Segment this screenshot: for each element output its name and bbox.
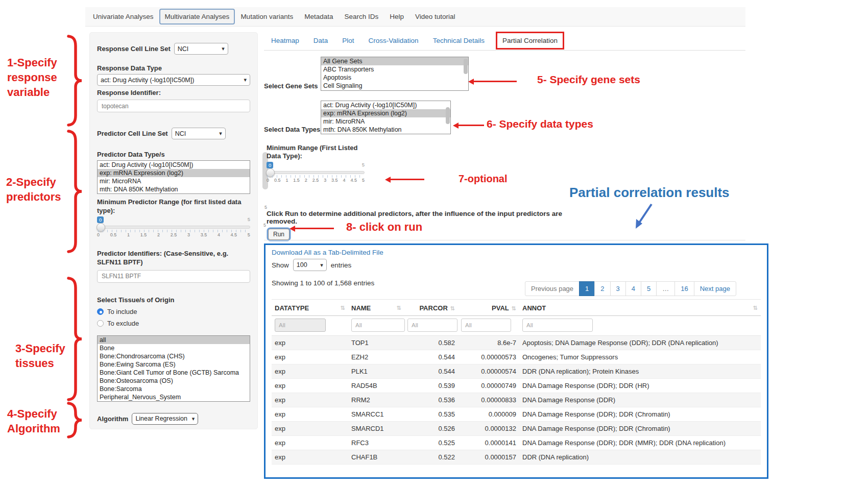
page-button[interactable]: 1	[579, 281, 595, 296]
data-types-listbox[interactable]: act: Drug Activity (-log10[IC50M])exp: m…	[321, 101, 451, 134]
column-header-datatype[interactable]: DATATYPE⇅	[272, 300, 348, 316]
predictor-identifiers-input[interactable]	[97, 270, 250, 283]
table-row: exp TOP1 0.582 8.6e-7 Apoptosis; DNA Dam…	[272, 336, 761, 350]
listbox-option[interactable]: mir: MicroRNA	[98, 177, 250, 185]
filter-datatype-input[interactable]	[275, 319, 326, 332]
nav-item[interactable]: Mutation variants	[235, 9, 299, 25]
scrollbar-thumb[interactable]	[464, 59, 468, 74]
blue-arrow-icon	[629, 202, 656, 232]
tick-label: 3.5	[331, 178, 338, 183]
listbox-option[interactable]: exp: mRNA Expression (log2)	[321, 109, 450, 117]
tab-technical-details[interactable]: Technical Details	[426, 37, 492, 44]
column-header-annot[interactable]: ANNOT⇅	[519, 300, 761, 316]
listbox-option[interactable]: Cell Signaling	[321, 82, 468, 90]
cell-name: EZH2	[348, 350, 404, 364]
slider-fragment-label: 5	[263, 223, 266, 228]
column-header-parcor[interactable]: PARCOR⇅	[404, 300, 458, 316]
table-row: exp SMARCD1 0.526 0.0000132 DNA Damage R…	[272, 422, 761, 436]
radio-icon[interactable]	[97, 320, 104, 327]
listbox-option[interactable]: Bone:Giant Cell Tumor of Bone (GCTB) Sar…	[98, 369, 250, 377]
filter-pval-input[interactable]	[461, 319, 511, 332]
previous-page-button[interactable]: Previous page	[525, 281, 580, 296]
response-data-type-select[interactable]: act: Drug Activity (-log10[IC50M])▾	[97, 74, 250, 86]
sort-icon[interactable]: ⇅	[450, 305, 455, 311]
predictor-cell-line-set-select[interactable]: NCI▾	[172, 128, 226, 139]
tab-plot[interactable]: Plot	[335, 37, 361, 44]
predictor-identifiers-label: Predictor Identifiers: (Case-Sensitive, …	[97, 249, 250, 267]
cell-annot: DNA Damage Response (DDR)	[519, 393, 761, 407]
cell-parcor: 0.525	[404, 436, 458, 450]
page-button[interactable]: 2	[594, 281, 610, 296]
listbox-option[interactable]: Bone:Osteosarcoma (OS)	[98, 377, 250, 385]
run-button[interactable]: Run	[268, 229, 290, 240]
tab-cross-validation[interactable]: Cross-Validation	[361, 37, 426, 44]
min-predictor-range-slider[interactable]: 0 5 00.511.522.533.544.55	[97, 217, 250, 237]
table-row: exp SMARCC1 0.535 0.000009 DNA Damage Re…	[272, 407, 761, 422]
tick-label: 4.5	[350, 178, 357, 183]
radio-icon[interactable]	[97, 308, 104, 315]
column-header-pval[interactable]: PVAL⇅	[458, 300, 519, 316]
listbox-option[interactable]: mth: DNA 850K Methylation	[321, 126, 450, 134]
listbox-option[interactable]: Bone:Ewing Sarcoma (ES)	[98, 360, 250, 369]
cell-parcor: 0.582	[404, 336, 458, 350]
listbox-option[interactable]: All Gene Sets	[321, 57, 468, 65]
algorithm-select[interactable]: Linear Regression▾	[132, 413, 198, 425]
page-button[interactable]: 4	[625, 281, 641, 296]
radio-label: To exclude	[107, 320, 139, 327]
min-range-slider[interactable]: 0 5 00.511.522.533.544.55	[267, 163, 365, 182]
sort-icon[interactable]: ⇅	[397, 305, 401, 311]
listbox-option[interactable]: all	[98, 336, 250, 344]
listbox-option[interactable]: ABC Transporters	[321, 65, 468, 74]
chevron-down-icon: ▾	[320, 262, 323, 269]
page-button[interactable]: 3	[610, 281, 626, 296]
listbox-option[interactable]: Bone:Sarcoma	[98, 385, 250, 393]
cell-pval: 0.00000833	[458, 393, 519, 407]
sidebar-controls-panel: Response Cell Line Set NCI▾ Response Dat…	[89, 32, 258, 429]
filter-annot-input[interactable]	[522, 319, 593, 332]
listbox-option[interactable]: Peripheral_Nervous_System	[98, 393, 250, 401]
listbox-option[interactable]: exp: mRNA Expression (log2)	[98, 169, 250, 177]
gene-sets-listbox[interactable]: All Gene SetsABC TransportersApoptosisCe…	[321, 57, 469, 91]
cell-annot: DNA Damage Response (DDR); DDR (Chromati…	[519, 407, 761, 422]
nav-item[interactable]: Multivariate Analyses	[159, 9, 235, 25]
tissues-listbox[interactable]: allBoneBone:Chondrosarcoma (CHS)Bone:Ewi…	[97, 335, 250, 402]
nav-item[interactable]: Help	[384, 9, 409, 25]
next-page-button[interactable]: Next page	[694, 281, 736, 296]
nav-item[interactable]: Metadata	[299, 9, 339, 25]
filter-parcor-input[interactable]	[407, 319, 457, 332]
sort-icon[interactable]: ⇅	[512, 305, 516, 311]
slider-track[interactable]	[97, 226, 250, 229]
download-link[interactable]: Download All as a Tab-Delimited File	[272, 249, 761, 256]
listbox-option[interactable]: mth: DNA 850K Methylation	[98, 185, 250, 193]
page-size-select[interactable]: 100▾	[293, 259, 327, 271]
listbox-option[interactable]: act: Drug Activity (-log10[IC50M])	[98, 161, 250, 169]
listbox-option[interactable]: Bone:Chondrosarcoma (CHS)	[98, 352, 250, 360]
tab-partial-correlation[interactable]: Partial Correlation	[496, 32, 564, 50]
annotation-step4: 4-Specify Algorithm	[7, 406, 67, 436]
listbox-option[interactable]: Apoptosis	[321, 74, 468, 82]
cell-parcor: 0.536	[404, 393, 458, 407]
column-header-name[interactable]: NAME⇅	[348, 300, 404, 316]
page-button[interactable]: 5	[641, 281, 657, 296]
predictor-data-types-listbox[interactable]: act: Drug Activity (-log10[IC50M])exp: m…	[97, 160, 250, 194]
listbox-option[interactable]: act: Drug Activity (-log10[IC50M])	[321, 101, 450, 109]
scrollbar-thumb[interactable]	[446, 107, 450, 124]
filter-name-input[interactable]	[351, 319, 405, 332]
response-identifier-input[interactable]	[97, 100, 250, 112]
sort-icon[interactable]: ⇅	[341, 305, 345, 311]
listbox-option[interactable]: Bone	[98, 344, 250, 352]
nav-item[interactable]: Video tutorial	[409, 9, 461, 25]
nav-item[interactable]: Univariate Analyses	[87, 9, 159, 25]
slider-track[interactable]	[267, 171, 365, 174]
sort-icon[interactable]: ⇅	[753, 305, 758, 311]
page-button[interactable]: …	[656, 281, 675, 296]
nav-item[interactable]: Search IDs	[339, 9, 384, 25]
listbox-option[interactable]: mir: MicroRNA	[321, 117, 450, 126]
gene-sets-label: Select Gene Sets	[264, 82, 317, 91]
tick-label: 0	[267, 178, 269, 183]
page-button[interactable]: 16	[674, 281, 694, 296]
tab-heatmap[interactable]: Heatmap	[264, 37, 306, 44]
tab-data[interactable]: Data	[306, 37, 335, 44]
response-cell-line-set-select[interactable]: NCI▾	[174, 43, 228, 55]
brace-annotation	[65, 35, 84, 127]
